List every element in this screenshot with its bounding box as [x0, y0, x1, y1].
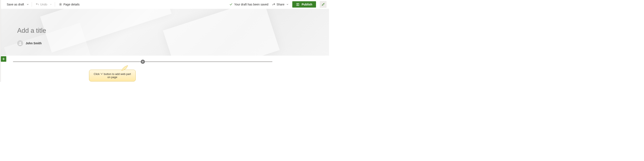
undo-icon	[36, 3, 39, 6]
collapse-button[interactable]	[320, 1, 326, 8]
svg-rect-1	[297, 3, 298, 6]
svg-rect-2	[298, 3, 299, 6]
share-icon	[272, 3, 275, 6]
add-section-button[interactable]	[1, 56, 6, 62]
toolbar-separator	[55, 2, 55, 7]
save-as-draft-dropdown[interactable]	[26, 2, 29, 6]
draft-saved-status: Your draft has been saved	[230, 3, 268, 6]
chevron-down-icon	[27, 3, 29, 6]
author-name: John Smith	[26, 42, 42, 45]
plus-icon	[142, 60, 144, 63]
title-banner-content: John Smith	[1, 9, 329, 46]
page-title-input[interactable]	[17, 27, 143, 34]
svg-point-0	[60, 4, 61, 5]
checkmark-icon	[230, 3, 232, 6]
draft-saved-label: Your draft has been saved	[234, 3, 268, 6]
collapse-icon	[322, 3, 325, 6]
toolbar-separator	[32, 2, 32, 7]
undo-label: Undo	[40, 3, 47, 6]
svg-point-3	[20, 42, 21, 44]
instruction-callout: Click '+' button to add web part on page	[89, 70, 136, 82]
share-button[interactable]: Share	[271, 2, 290, 7]
publish-button[interactable]: Publish	[292, 1, 316, 8]
chevron-down-icon	[286, 3, 288, 6]
command-bar-left: Save as draft Undo Page details	[6, 2, 81, 7]
undo-button[interactable]: Undo	[34, 2, 48, 7]
author-block: John Smith	[17, 40, 329, 46]
callout-tail-icon	[121, 65, 128, 71]
command-bar-right: Your draft has been saved Share Publish	[230, 1, 326, 8]
callout-text: Click '+' button to add web part on page	[94, 72, 131, 79]
chevron-down-icon	[50, 3, 52, 6]
command-bar: Save as draft Undo Page details Your dra…	[1, 0, 329, 9]
page-canvas	[1, 56, 329, 82]
page-details-label: Page details	[64, 3, 80, 6]
person-icon	[18, 41, 22, 45]
section-divider	[13, 62, 272, 62]
share-label: Share	[276, 3, 284, 6]
plus-icon	[2, 58, 5, 60]
title-banner: John Smith	[1, 9, 329, 56]
add-webpart-button[interactable]	[141, 60, 145, 64]
save-as-draft-label: Save as draft	[7, 3, 24, 6]
page-details-button[interactable]: Page details	[58, 2, 81, 7]
undo-dropdown[interactable]	[49, 2, 52, 6]
publish-label: Publish	[302, 3, 312, 6]
page-icon	[296, 3, 300, 6]
gear-icon	[59, 3, 62, 6]
save-as-draft-button[interactable]: Save as draft	[6, 2, 26, 7]
author-avatar[interactable]	[17, 40, 23, 46]
